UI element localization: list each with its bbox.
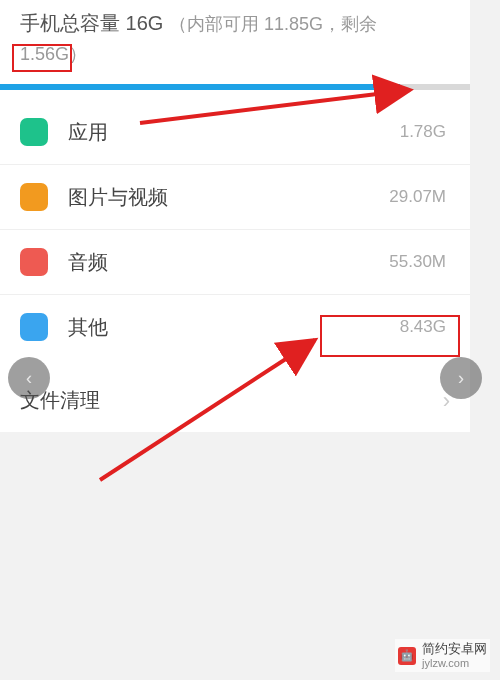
- capacity-detail: （内部可用 11.85G，剩余: [169, 14, 377, 34]
- category-value: 29.07M: [389, 187, 450, 207]
- watermark-logo-icon: 🤖: [398, 647, 416, 665]
- category-label: 图片与视频: [68, 184, 389, 211]
- watermark: 🤖 简约安卓网 jylzw.com: [395, 639, 490, 672]
- chevron-left-icon: ‹: [26, 368, 32, 389]
- capacity-title: 手机总容量 16G: [20, 12, 163, 34]
- file-cleanup-row[interactable]: 文件清理 ›: [0, 369, 470, 432]
- swatch-apps: [20, 118, 48, 146]
- watermark-name: 简约安卓网: [422, 641, 487, 657]
- storage-progress-fill: [0, 84, 400, 90]
- swatch-other: [20, 313, 48, 341]
- watermark-site: jylzw.com: [422, 657, 487, 670]
- category-row-other[interactable]: 其他 8.43G: [0, 295, 470, 359]
- category-row-apps[interactable]: 应用 1.78G: [0, 100, 470, 165]
- capacity-remaining: 1.56G）: [20, 44, 87, 64]
- gallery-prev-button[interactable]: ‹: [8, 357, 50, 399]
- category-label: 应用: [68, 119, 400, 146]
- category-value: 55.30M: [389, 252, 450, 272]
- storage-progress-bar: [0, 84, 470, 90]
- storage-category-list: 应用 1.78G 图片与视频 29.07M 音频 55.30M 其他 8.43G: [0, 100, 470, 359]
- category-label: 其他: [68, 314, 400, 341]
- swatch-audio: [20, 248, 48, 276]
- swatch-photos: [20, 183, 48, 211]
- storage-header: 手机总容量 16G （内部可用 11.85G，剩余 1.56G）: [0, 0, 470, 80]
- category-row-audio[interactable]: 音频 55.30M: [0, 230, 470, 295]
- category-value: 1.78G: [400, 122, 450, 142]
- category-row-photos-video[interactable]: 图片与视频 29.07M: [0, 165, 470, 230]
- chevron-right-icon: ›: [458, 368, 464, 389]
- category-label: 音频: [68, 249, 389, 276]
- gallery-next-button[interactable]: ›: [440, 357, 482, 399]
- category-value: 8.43G: [400, 317, 450, 337]
